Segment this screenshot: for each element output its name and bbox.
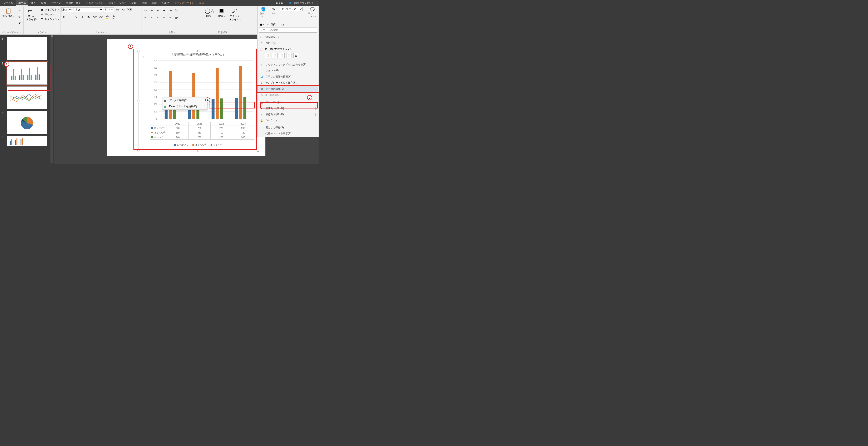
tab-review[interactable]: 校閲	[139, 0, 149, 6]
new-comment-button[interactable]: 💬新しい コメント	[307, 7, 317, 18]
font-size-select[interactable]: 13.3	[104, 7, 114, 12]
arrange-button[interactable]: ▣配置	[217, 7, 227, 19]
new-slide-button[interactable]: ▭⁺ 新しい スライド	[24, 7, 39, 22]
slide-thumbnail-2[interactable]	[7, 62, 47, 85]
resize-handle[interactable]	[137, 100, 140, 102]
slide-thumbnail-3[interactable]	[7, 86, 47, 109]
selection-button[interactable]: ↖選択	[267, 22, 278, 27]
font-color-button[interactable]: A	[111, 14, 116, 19]
tab-animations[interactable]: アニメーション	[84, 0, 106, 6]
change-case-button[interactable]: Aa	[99, 14, 104, 19]
slide-thumbnail-1[interactable]	[7, 37, 47, 60]
format-painter-icon[interactable]: 🖌	[17, 21, 22, 25]
decrease-indent-button[interactable]: ⇤	[155, 8, 160, 13]
resize-handle[interactable]	[197, 50, 199, 52]
paste-opt-2[interactable]: 📋	[272, 53, 278, 58]
increase-indent-button[interactable]: ⇥	[161, 8, 166, 13]
tab-chart-design[interactable]: グラフのデザイン	[172, 0, 197, 6]
align-right-button[interactable]: ≡	[155, 15, 160, 20]
ctx-copy[interactable]: ⧉コピー(C)	[257, 40, 319, 46]
ctx-change-chart-type[interactable]: 📊グラフの種類の変更(Y)...	[257, 73, 319, 80]
chart-data-table: 2020202120222023じゃがいも220250270290ほうれん草66…	[150, 122, 254, 140]
clear-format-icon[interactable]: A⌫	[127, 7, 132, 12]
ctx-send-back[interactable]: ▫最背面へ移動(K)|›	[257, 111, 319, 117]
paste-opt-5[interactable]: 🖼	[293, 53, 299, 58]
font-launcher-icon[interactable]: ↘	[105, 31, 107, 34]
justify-button[interactable]: ≡	[161, 15, 166, 20]
tab-record[interactable]: 記録	[129, 0, 139, 6]
distribute-button[interactable]: ≡	[168, 15, 173, 20]
font-family-select[interactable]: 游ゴシック 本文	[61, 7, 103, 12]
resize-handle[interactable]	[137, 50, 140, 52]
ctx-reset-style[interactable]: ↺リセットしてスタイルに合わせる(A)	[257, 62, 319, 67]
thumbnail-scrollbar[interactable]	[51, 35, 53, 163]
ctx-alt-text[interactable]: 代替テキストを表示(A)...	[257, 130, 319, 137]
tab-draw[interactable]: 描画	[38, 0, 49, 6]
shadow-button[interactable]: ab	[86, 14, 91, 19]
ctx-cut[interactable]: ✂切り取り(T)	[257, 34, 319, 40]
tab-slideshow[interactable]: スライド ショー	[106, 0, 129, 6]
paste-button[interactable]: 📋 貼り付け	[1, 7, 16, 19]
columns-button[interactable]: ▥	[174, 15, 179, 20]
shape-outline-button[interactable]: ✎枠線	[269, 7, 278, 18]
tab-insert[interactable]: 挿入	[28, 0, 38, 6]
char-spacing-button[interactable]: AV	[93, 14, 98, 19]
ctx-bring-front[interactable]: ▪最前面へ移動(R)|›	[257, 105, 319, 111]
underline-button[interactable]: U	[74, 14, 79, 19]
shape-effects-button[interactable]: ◆	[259, 22, 265, 27]
align-center-button[interactable]: ≡	[149, 15, 154, 20]
bullets-button[interactable]: ≣	[143, 8, 148, 13]
section-button[interactable]: ☰セクション	[40, 18, 59, 21]
tab-design[interactable]: デザイン	[49, 0, 63, 6]
more-button[interactable]: ション	[279, 22, 288, 27]
line-spacing-button[interactable]: ↕≡	[168, 8, 173, 13]
paste-opt-3[interactable]: 📋	[279, 53, 285, 58]
italic-button[interactable]: I	[67, 14, 72, 19]
ctx-save-as-picture[interactable]: 図として保存(S)...	[257, 124, 319, 130]
shrink-font-icon[interactable]: A↓	[121, 7, 126, 12]
clipboard-icon: 📋	[5, 8, 11, 14]
resize-handle[interactable]	[257, 150, 259, 152]
ctx-lock[interactable]: 🔒ロック (L)	[257, 117, 319, 123]
slide-thumbnail-4[interactable]	[7, 111, 47, 134]
reset-button[interactable]: ↺リセット	[40, 13, 59, 16]
tab-transitions[interactable]: 画面切り替え	[63, 0, 84, 6]
align-left-button[interactable]: ≡	[143, 15, 148, 20]
text-direction-button[interactable]: ᴵᴬ	[174, 8, 179, 13]
numbering-button[interactable]: 1≡	[149, 8, 154, 13]
paste-opt-1[interactable]: 📋	[265, 53, 271, 58]
highlight-color-button[interactable]: ab	[105, 14, 110, 19]
resize-handle[interactable]	[137, 150, 140, 152]
chart-element-select[interactable]: グラフ エリア	[280, 7, 303, 11]
copy-icon[interactable]: ⧉	[17, 14, 22, 19]
paste-opt-4[interactable]: 📋	[286, 53, 292, 58]
tab-view[interactable]: 表示	[149, 0, 159, 6]
quick-styles-button[interactable]: 🖊クイック スタイル	[227, 7, 243, 22]
paragraph-launcher-icon[interactable]: ↘	[174, 31, 176, 34]
shape-fill-button[interactable]: 🪣塗りつ ぶし	[259, 7, 268, 18]
tab-file[interactable]: ファイル	[1, 0, 16, 6]
submenu-edit-data[interactable]: ▦ データの編集(E)	[162, 97, 207, 103]
ctx-edit-data[interactable]: ▦データの編集(E)›	[257, 86, 319, 92]
tab-home[interactable]: ホーム	[16, 0, 28, 6]
layout-button[interactable]: ▦レイアウト	[40, 8, 59, 11]
slide-thumbnail-5[interactable]	[7, 136, 47, 146]
record-button[interactable]: ◉記録	[274, 1, 285, 5]
thumbnail-panel[interactable]: 1 2 3	[0, 35, 54, 164]
cut-icon[interactable]: ✂	[17, 8, 22, 13]
submenu-edit-excel[interactable]: ▦ Excel でデータを編集(D)	[162, 103, 207, 110]
grow-font-icon[interactable]: A↑	[115, 7, 120, 12]
strikethrough-button[interactable]: S	[80, 14, 85, 19]
ctx-font[interactable]: Aフォント(F)...	[257, 67, 319, 73]
chart-plot-area[interactable]: 0100200300400500600700800	[149, 59, 256, 122]
resize-handle[interactable]	[197, 150, 199, 152]
clipboard-launcher-icon[interactable]: ↘	[19, 31, 21, 34]
shapes-button[interactable]: ◯△図形	[203, 7, 216, 19]
svg-text:500: 500	[154, 81, 157, 84]
menu-search-input[interactable]	[259, 28, 317, 33]
tab-help[interactable]: ヘルプ	[159, 0, 172, 6]
ctx-save-template[interactable]: 🗎テンプレートとして保存(S)...	[257, 80, 319, 86]
bold-button[interactable]: B	[61, 14, 66, 19]
teams-present-button[interactable]: 👥Teams でプレゼンテー	[287, 1, 318, 5]
tab-format[interactable]: 書式	[197, 0, 207, 6]
